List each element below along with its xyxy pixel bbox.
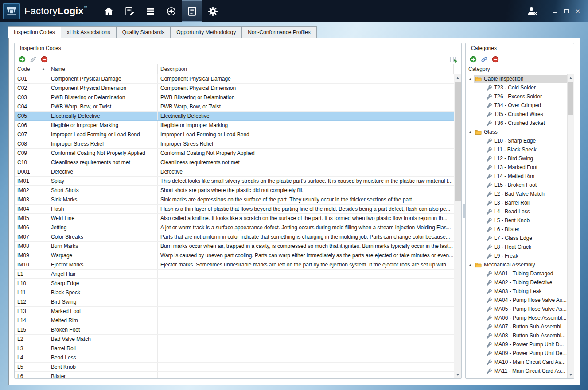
categories-scrollbar[interactable] (567, 74, 574, 378)
remove-code-button[interactable] (40, 55, 48, 63)
add-category-button[interactable] (469, 55, 477, 63)
tree-item-ma04-pump-hose-valve-as[interactable]: MA04 - Pump Hose Valve As... (466, 296, 567, 305)
minimize-button[interactable] (550, 7, 559, 15)
nav-work-instructions[interactable] (119, 0, 140, 22)
inspection-row-l12[interactable]: L12Bird Swing (15, 297, 454, 307)
tree-item-ma11-main-circuit-card-as[interactable]: MA11 - Main Circuit Card As... (466, 367, 567, 375)
inspection-row-c08[interactable]: C08Improper Stress ReliefImproper Stress… (15, 139, 454, 149)
tab-non-conformance-profiles[interactable]: Non-Conformance Profiles (241, 26, 316, 38)
inspection-row-im09[interactable]: IM09WarpageWarp is caused by uneven part… (15, 251, 454, 260)
inspection-row-c09[interactable]: C09Conformal Coating Not Properly Applie… (15, 149, 454, 158)
inspection-row-l14[interactable]: L14Melted Rim (15, 316, 454, 325)
tab-xlink-associations[interactable]: xLink Associations (61, 26, 117, 38)
inspection-row-im08[interactable]: IM08Burn MarksBurn marks occur when air,… (15, 242, 454, 251)
inspection-row-im03[interactable]: IM03Sink MarksSink marks are depressions… (15, 195, 454, 205)
inspection-row-im06[interactable]: IM06JettingA jet or worm track is a surf… (15, 223, 454, 232)
tab-inspection-codes[interactable]: Inspection Codes (8, 26, 61, 38)
tree-item-l7-glass-edge[interactable]: L7 - Glass Edge (466, 234, 567, 243)
inspection-row-im07[interactable]: IM07Color StreaksParts that are not unif… (15, 232, 454, 242)
tab-quality-standards[interactable]: Quality Standards (116, 26, 171, 38)
inspection-row-im01[interactable]: IM01SplayThis defect looks like small si… (15, 177, 454, 186)
add-code-button[interactable] (18, 55, 26, 63)
tree-item-l9-freak[interactable]: L9 - Freak (466, 251, 567, 260)
scroll-down-button[interactable] (454, 371, 461, 378)
scrollbar-thumb[interactable] (568, 82, 573, 115)
tree-item-ma01-tubing-damaged[interactable]: MA01 - Tubing Damaged (466, 269, 567, 278)
tree-item-l15-broken-foot[interactable]: L15 - Broken Foot (466, 181, 567, 189)
tree-item-ma02-tubing-defective[interactable]: MA02 - Tubing Defective (466, 278, 567, 287)
inspection-row-l10[interactable]: L10Sharp Edge (15, 279, 454, 288)
tree-item-l11-black-speck[interactable]: L11 - Black Speck (466, 145, 567, 154)
close-button[interactable]: ✕ (573, 7, 582, 15)
edit-code-button[interactable] (29, 55, 37, 63)
inspection-row-c03[interactable]: C03PWB Blistering or DelaminationPWB Bli… (15, 93, 454, 102)
tree-item-t36-crushed-jacket[interactable]: T36 - Crushed Jacket (466, 119, 567, 127)
nav-home[interactable] (98, 0, 119, 22)
scrollbar-thumb[interactable] (455, 82, 461, 201)
expander-icon[interactable] (469, 131, 474, 133)
expander-icon[interactable] (469, 263, 474, 266)
inspection-row-l3[interactable]: L3Barrel Roll (15, 344, 454, 353)
tree-item-t26-excess-solder[interactable]: T26 - Excess Solder (466, 92, 567, 101)
tree-item-ma06-pump-hose-assembl[interactable]: MA06 - Pump Hose Assembl... (466, 313, 567, 322)
tree-item-l2-bad-valve-match[interactable]: L2 - Bad Valve Match (466, 189, 567, 198)
inspection-row-l4[interactable]: L4Bead Less (15, 353, 454, 363)
tree-item-t35-crushed-wires[interactable]: T35 - Crushed Wires (466, 110, 567, 119)
export-grid-button[interactable] (450, 55, 458, 63)
tree-group-glass[interactable]: Glass (466, 127, 567, 136)
tree-item-t34-over-crimped[interactable]: T34 - Over Crimped (466, 101, 567, 110)
tree-item-ma08-button-sub-assembl[interactable]: MA08 - Button Sub-Assembl... (466, 331, 567, 340)
expander-icon[interactable] (469, 77, 474, 80)
nav-npi[interactable] (161, 0, 182, 22)
inspection-row-l1[interactable]: L1Angel Hair (15, 270, 454, 279)
inspection-row-l13[interactable]: L13Marked Foot (15, 307, 454, 316)
scroll-down-button[interactable] (568, 371, 574, 378)
category-column-header[interactable]: Category (466, 64, 574, 74)
inspection-row-c02[interactable]: C02Component Physical DimensionComponent… (15, 84, 454, 93)
inspection-row-d001[interactable]: D001DefectiveDefective (15, 167, 454, 177)
maximize-button[interactable] (562, 7, 571, 15)
inspection-row-c07[interactable]: C07Improper Lead Forming or Lead BendImp… (15, 130, 454, 139)
inspection-row-im04[interactable]: IM04FlashFlash is a thin layer of plasti… (15, 205, 454, 214)
scroll-up-button[interactable] (454, 74, 461, 81)
inspection-row-l2[interactable]: L2Bad Valve Match (15, 335, 454, 344)
inspection-row-l5[interactable]: L5Bent Knob (15, 363, 454, 372)
column-header-description[interactable]: Description (158, 64, 454, 74)
tree-item-ma09-power-pump-unit-de[interactable]: MA09 - Power Pump Unit De... (466, 349, 567, 358)
inspection-row-l15[interactable]: L15Broken Foot (15, 325, 454, 335)
inspection-row-l11[interactable]: L11Black Speck (15, 288, 454, 297)
inspection-row-l6[interactable]: L6Blister (15, 372, 454, 378)
tree-item-ma05-pump-hose-valve-as[interactable]: MA05 - Pump Hose Valve As... (466, 305, 567, 313)
inspection-row-c06[interactable]: C06Illegible or Improper MarkingIllegibl… (15, 121, 454, 130)
sign-out-button[interactable] (526, 5, 538, 17)
tree-item-ma10-main-circuit-card-as[interactable]: MA10 - Main Circuit Card As... (466, 358, 567, 367)
tree-group-mechanical-assembly[interactable]: Mechanical Assembly (466, 260, 567, 269)
tree-item-l12-bird-swing[interactable]: L12 - Bird Swing (466, 154, 567, 163)
tree-item-l6-blister[interactable]: L6 - Blister (466, 225, 567, 234)
remove-category-button[interactable] (491, 55, 499, 63)
column-header-code[interactable]: Code (15, 64, 48, 74)
inspection-row-im05[interactable]: IM05Weld LineAlso called a knitline. It … (15, 214, 454, 223)
tab-opportunity-methodology[interactable]: Opportunity Methodology (170, 26, 242, 38)
tree-group-cable-inspection[interactable]: Cable Inspection (466, 74, 567, 83)
nav-materials[interactable] (140, 0, 161, 22)
link-category-button[interactable] (480, 55, 488, 63)
inspection-row-im02[interactable]: IM02Short ShotsShort shots are parts whe… (15, 186, 454, 195)
tree-item-l3-barrel-roll[interactable]: L3 - Barrel Roll (466, 198, 567, 207)
column-header-name[interactable]: Name (48, 64, 158, 74)
nav-settings[interactable] (202, 0, 223, 22)
tree-item-l5-bent-knob[interactable]: L5 - Bent Knob (466, 216, 567, 225)
tree-item-l14-melted-rim[interactable]: L14 - Melted Rim (466, 172, 567, 181)
inspection-row-c05[interactable]: C05Electrically DefectiveElectrically De… (15, 112, 454, 121)
inspection-row-im10[interactable]: IM10Ejector MarksEjector marks. Sometime… (15, 260, 454, 270)
tree-item-l13-marked-foot[interactable]: L13 - Marked Foot (466, 163, 567, 172)
tree-item-ma09-power-pump-unit-d[interactable]: MA09 - Power Pump Unit D... (466, 340, 567, 349)
inspection-scrollbar[interactable] (454, 74, 461, 378)
tree-item-l8-heat-crack[interactable]: L8 - Heat Crack (466, 243, 567, 251)
tree-item-t23-cold-solder[interactable]: T23 - Cold Solder (466, 83, 567, 92)
tree-item-ma07-button-sub-assembl[interactable]: MA07 - Button Sub-Assembl... (466, 322, 567, 331)
tree-item-l4-bead-less[interactable]: L4 - Bead Less (466, 207, 567, 216)
nav-quality-reports[interactable] (182, 0, 202, 22)
inspection-row-c04[interactable]: C04PWB Warp, Bow, or TwistPWB Warp, Bow,… (15, 102, 454, 112)
inspection-row-c10[interactable]: C10Cleanliness requirements not metClean… (15, 158, 454, 167)
